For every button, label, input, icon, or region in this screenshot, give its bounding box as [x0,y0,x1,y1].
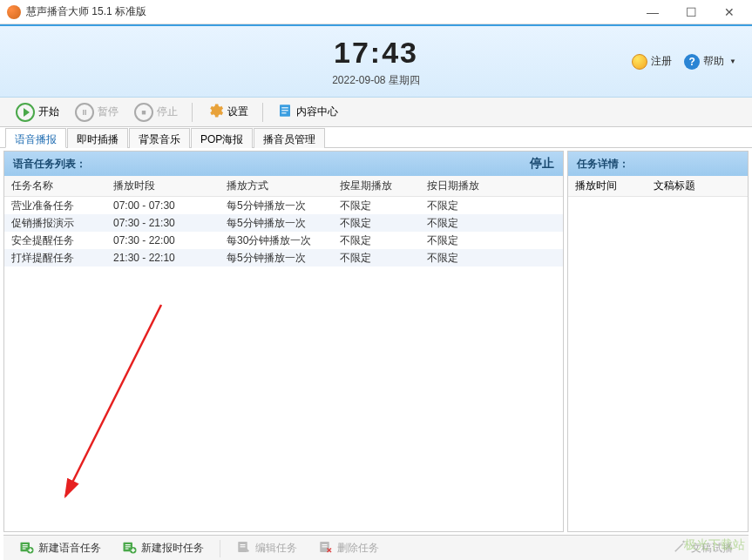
cell-name: 促销播报演示 [4,216,113,231]
detail-table-head: 播放时间 文稿标题 [568,176,748,197]
col-header-play-time[interactable]: 播放时间 [568,179,654,193]
cell-week: 不限定 [340,251,427,266]
svg-rect-1 [281,107,288,108]
tab-label: POP海报 [200,133,243,145]
table-row[interactable]: 促销播报演示07:30 - 21:30每5分钟播放一次不限定不限定 [4,214,563,232]
clock-date: 2022-09-08 星期四 [332,73,420,88]
help-label: 帮助 [703,54,724,69]
pause-icon: II [75,103,94,122]
cell-name: 打烊提醒任务 [4,251,113,266]
top-header-band: 17:43 2022-09-08 星期四 注册 ? 帮助 ▼ [0,24,752,98]
table-row[interactable]: 营业准备任务07:00 - 07:30每5分钟播放一次不限定不限定 [4,197,563,214]
pause-label: 暂停 [98,105,119,119]
main-toolbar: 开始 II 暂停 ■ 停止 设置 内容中心 [0,98,752,127]
cell-day: 不限定 [427,216,514,231]
table-row[interactable]: 打烊提醒任务21:30 - 22:10每5分钟播放一次不限定不限定 [4,249,563,267]
cell-method: 每5分钟播放一次 [227,199,340,213]
play-icon [16,103,35,122]
edit-task-button[interactable]: 编辑任务 [227,536,306,560]
close-button[interactable]: ✕ [710,1,749,24]
new-voice-task-button[interactable]: 新建语音任务 [10,536,110,560]
tab-label: 播音员管理 [263,133,315,145]
content-area: 语音任务列表： 停止 任务名称 播放时段 播放方式 按星期播放 按日期播放 营业… [0,148,752,532]
col-header-method[interactable]: 播放方式 [227,179,340,193]
cell-name: 安全提醒任务 [4,233,113,248]
chevron-down-icon: ▼ [729,57,736,65]
new-time-icon [122,539,138,557]
delete-label: 删除任务 [337,541,379,556]
tab-instant-insert[interactable]: 即时插播 [67,128,128,148]
col-header-name[interactable]: 任务名称 [4,179,113,193]
delete-task-button[interactable]: 删除任务 [309,536,388,560]
table-row[interactable]: 安全提醒任务07:30 - 22:00每30分钟播放一次不限定不限定 [4,232,563,249]
content-center-button[interactable]: 内容中心 [270,100,345,124]
tab-pop-poster[interactable]: POP海报 [191,128,253,148]
cell-method: 每5分钟播放一次 [227,216,340,231]
start-label: 开始 [38,105,59,119]
side-panel: 任务详情： 播放时间 文稿标题 [567,151,749,532]
cell-method: 每5分钟播放一次 [227,251,340,266]
trial-label: 文稿试播 [691,541,733,556]
clock-time: 17:43 [334,36,418,70]
detail-title: 任务详情： [577,157,629,172]
stop-button[interactable]: ■ 停止 [127,100,185,125]
task-table-body: 营业准备任务07:00 - 07:30每5分钟播放一次不限定不限定促销播报演示0… [4,197,563,531]
col-header-day[interactable]: 按日期播放 [427,179,514,193]
new-voice-label: 新建语音任务 [38,541,101,556]
col-header-week[interactable]: 按星期播放 [340,179,427,193]
col-header-time[interactable]: 播放时段 [113,179,227,193]
content-center-label: 内容中心 [296,105,338,119]
cell-time: 07:30 - 22:00 [113,234,227,246]
col-header-doc-title[interactable]: 文稿标题 [654,179,723,193]
svg-rect-7 [23,549,26,550]
tab-voice-broadcast[interactable]: 语音播报 [5,128,66,148]
svg-rect-2 [281,110,288,111]
main-panel-header: 语音任务列表： 停止 [4,152,563,176]
side-panel-header: 任务详情： [568,152,748,176]
start-button[interactable]: 开始 [9,100,66,125]
edit-icon [236,539,252,557]
help-button[interactable]: ? 帮助 ▼ [684,54,736,70]
window-title: 慧声播音大师 15.1 标准版 [26,4,633,19]
svg-rect-5 [23,544,28,545]
svg-rect-14 [125,549,129,550]
maximize-button[interactable]: ☐ [672,1,710,24]
svg-rect-3 [281,112,286,113]
svg-rect-19 [241,544,246,545]
cell-week: 不限定 [340,233,427,248]
titlebar: 慧声播音大师 15.1 标准版 — ☐ ✕ [0,0,752,24]
minimize-button[interactable]: — [633,1,672,24]
toolbar-divider [192,103,193,122]
svg-rect-20 [241,546,246,547]
cell-week: 不限定 [340,216,427,231]
trial-play-button[interactable]: 文稿试播 [663,536,742,560]
delete-icon [318,539,334,557]
pause-button[interactable]: II 暂停 [68,100,125,125]
cell-week: 不限定 [340,199,427,213]
cell-time: 07:30 - 21:30 [113,217,227,229]
new-time-label: 新建报时任务 [141,541,204,556]
tab-label: 即时插播 [77,133,119,145]
cell-day: 不限定 [427,199,514,213]
stop-label: 停止 [157,105,178,119]
bottom-divider [220,540,220,557]
cell-method: 每30分钟播放一次 [227,233,340,248]
stop-icon: ■ [134,103,153,122]
svg-rect-22 [322,544,328,545]
window-controls: — ☐ ✕ [633,1,749,24]
svg-rect-17 [132,550,136,551]
register-button[interactable]: 注册 [632,54,672,70]
svg-rect-6 [23,546,28,547]
svg-rect-23 [322,546,328,547]
top-right-actions: 注册 ? 帮助 ▼ [632,54,736,70]
svg-rect-12 [125,544,131,545]
detail-table-body [568,197,748,531]
tab-bg-music[interactable]: 背景音乐 [129,128,190,148]
settings-button[interactable]: 设置 [200,99,255,125]
task-list-title: 语音任务列表： [13,157,86,172]
new-time-task-button[interactable]: 新建报时任务 [113,536,213,560]
settings-label: 设置 [227,105,248,119]
smiley-icon [632,54,647,70]
tab-announcer-mgmt[interactable]: 播音员管理 [254,128,325,148]
cell-day: 不限定 [427,233,514,248]
